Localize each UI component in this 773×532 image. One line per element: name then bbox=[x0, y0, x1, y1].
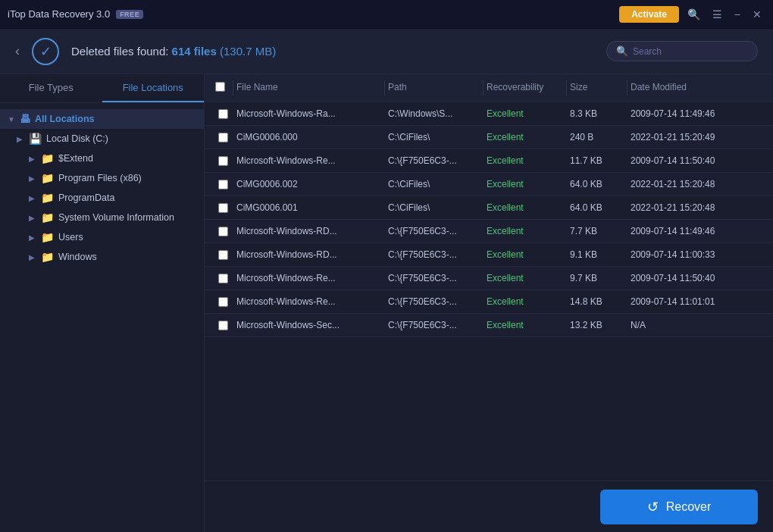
row-path-4: C:\CiFiles\ bbox=[385, 201, 484, 214]
check-circle-icon: ✓ bbox=[32, 38, 59, 65]
minimize-icon[interactable]: − bbox=[731, 7, 744, 22]
row-name-5: Microsoft-Windows-RD... bbox=[233, 224, 385, 238]
col-header-1[interactable]: File Name bbox=[233, 80, 385, 95]
row-check-cell-2[interactable] bbox=[212, 155, 233, 167]
row-checkbox-6[interactable] bbox=[218, 250, 228, 260]
col-header-4[interactable]: Size bbox=[567, 80, 627, 95]
row-path-5: C:\{F750E6C3-... bbox=[385, 224, 484, 238]
back-button[interactable]: ‹ bbox=[15, 43, 20, 59]
activate-button[interactable]: Activate bbox=[619, 6, 679, 23]
row-checkbox-8[interactable] bbox=[218, 297, 228, 307]
row-size-3: 64.0 KB bbox=[567, 177, 627, 191]
row-check-cell-6[interactable] bbox=[212, 249, 233, 261]
tree-arrow-icon: ▶ bbox=[29, 253, 36, 261]
table-row[interactable]: Microsoft-Windows-Re...C:\{F750E6C3-...E… bbox=[205, 149, 773, 173]
search-icon[interactable]: 🔍 bbox=[684, 7, 704, 22]
row-size-1: 240 B bbox=[567, 130, 627, 144]
table-row[interactable]: Microsoft-Windows-RD...C:\{F750E6C3-...E… bbox=[205, 220, 773, 243]
tree-item-4[interactable]: ▶📁ProgramData bbox=[0, 188, 204, 208]
recover-icon: ↺ bbox=[647, 499, 659, 515]
row-size-8: 14.8 KB bbox=[567, 295, 627, 308]
tree-item-2[interactable]: ▶📁$Extend bbox=[0, 149, 204, 168]
close-icon[interactable]: ✕ bbox=[749, 7, 765, 22]
row-checkbox-0[interactable] bbox=[218, 109, 228, 119]
tree-item-label: Program Files (x86) bbox=[58, 173, 142, 183]
row-check-cell-1[interactable] bbox=[212, 131, 233, 144]
table-row[interactable]: CiMG0006.002C:\CiFiles\Excellent64.0 KB2… bbox=[205, 173, 773, 196]
app-title: iTop Data Recovery 3.0 bbox=[8, 8, 110, 20]
row-date-9: N/A bbox=[627, 318, 765, 332]
row-check-cell-7[interactable] bbox=[212, 272, 233, 285]
table-row[interactable]: Microsoft-Windows-Re...C:\{F750E6C3-...E… bbox=[205, 267, 773, 290]
folder-icon: 📁 bbox=[41, 172, 54, 184]
row-name-4: CiMG0006.001 bbox=[233, 201, 385, 214]
col-header-3[interactable]: Recoverability bbox=[484, 80, 567, 95]
row-checkbox-5[interactable] bbox=[218, 227, 228, 236]
row-path-8: C:\{F750E6C3-... bbox=[385, 295, 484, 308]
table-row[interactable]: Microsoft-Windows-Re...C:\{F750E6C3-...E… bbox=[205, 290, 773, 314]
row-path-9: C:\{F750E6C3-... bbox=[385, 318, 484, 332]
row-checkbox-1[interactable] bbox=[218, 133, 228, 142]
row-checkbox-9[interactable] bbox=[218, 321, 228, 330]
row-recoverability-4: Excellent bbox=[484, 201, 567, 214]
menu-icon[interactable]: ☰ bbox=[709, 7, 726, 22]
table-body[interactable]: Microsoft-Windows-Ra...C:\Windows\S...Ex… bbox=[205, 102, 773, 480]
table-row[interactable]: CiMG0006.001C:\CiFiles\Excellent64.0 KB2… bbox=[205, 196, 773, 220]
file-count: 614 files bbox=[172, 45, 217, 58]
row-check-cell-0[interactable] bbox=[212, 108, 233, 120]
folder-icon: 📁 bbox=[41, 251, 54, 263]
tree-item-label: Windows bbox=[58, 252, 97, 262]
tree-item-7[interactable]: ▶📁Windows bbox=[0, 247, 204, 267]
table-row[interactable]: Microsoft-Windows-Ra...C:\Windows\S...Ex… bbox=[205, 102, 773, 126]
header-message-text: Deleted files found: bbox=[71, 45, 168, 58]
row-name-6: Microsoft-Windows-RD... bbox=[233, 248, 385, 261]
sidebar: File Types File Locations ▼🖶All Location… bbox=[0, 74, 205, 532]
table-header: File NamePathRecoverabilitySizeDate Modi… bbox=[205, 74, 773, 102]
tab-file-locations[interactable]: File Locations bbox=[102, 74, 205, 102]
sidebar-tabs: File Types File Locations bbox=[0, 74, 204, 103]
row-path-6: C:\{F750E6C3-... bbox=[385, 248, 484, 261]
row-recoverability-8: Excellent bbox=[484, 295, 567, 308]
table-row[interactable]: Microsoft-Windows-Sec...C:\{F750E6C3-...… bbox=[205, 314, 773, 337]
recover-label: Recover bbox=[666, 500, 712, 514]
row-recoverability-2: Excellent bbox=[484, 154, 567, 167]
row-check-cell-9[interactable] bbox=[212, 319, 233, 332]
row-check-cell-3[interactable] bbox=[212, 178, 233, 191]
row-checkbox-2[interactable] bbox=[218, 156, 228, 166]
row-check-cell-8[interactable] bbox=[212, 296, 233, 308]
tree-item-0[interactable]: ▼🖶All Locations bbox=[0, 109, 204, 129]
folder-icon: 📁 bbox=[41, 192, 54, 204]
col-header-2[interactable]: Path bbox=[385, 80, 484, 95]
row-check-cell-4[interactable] bbox=[212, 202, 233, 214]
tree-item-5[interactable]: ▶📁System Volume Information bbox=[0, 208, 204, 227]
tree-arrow-icon: ▶ bbox=[29, 174, 36, 183]
recover-button[interactable]: ↺ Recover bbox=[600, 490, 758, 524]
row-recoverability-5: Excellent bbox=[484, 224, 567, 238]
tab-file-types[interactable]: File Types bbox=[0, 74, 102, 102]
col-header-5[interactable]: Date Modified bbox=[627, 80, 765, 95]
table-row[interactable]: CiMG0006.000C:\CiFiles\Excellent240 B202… bbox=[205, 126, 773, 149]
search-input[interactable] bbox=[633, 46, 748, 57]
search-box: 🔍 bbox=[606, 41, 758, 61]
tree-arrow-icon: ▼ bbox=[8, 115, 15, 124]
row-recoverability-1: Excellent bbox=[484, 130, 567, 144]
row-checkbox-4[interactable] bbox=[218, 203, 228, 213]
tree-arrow-icon: ▶ bbox=[17, 135, 24, 143]
row-date-4: 2022-01-21 15:20:48 bbox=[627, 201, 765, 214]
tree-item-label: System Volume Information bbox=[58, 212, 174, 223]
tree-item-6[interactable]: ▶📁Users bbox=[0, 227, 204, 247]
tree-item-label: All Locations bbox=[35, 114, 94, 124]
tree-item-1[interactable]: ▶💾Local Disk (C:) bbox=[0, 129, 204, 149]
row-checkbox-7[interactable] bbox=[218, 274, 228, 283]
col-header-0[interactable] bbox=[212, 80, 233, 95]
table-row[interactable]: Microsoft-Windows-RD...C:\{F750E6C3-...E… bbox=[205, 243, 773, 267]
titlebar-right: Activate 🔍 ☰ − ✕ bbox=[619, 6, 765, 23]
select-all-checkbox[interactable] bbox=[215, 82, 225, 92]
row-size-0: 8.3 KB bbox=[567, 107, 627, 120]
monitor-icon: 🖶 bbox=[20, 113, 30, 125]
tree-arrow-icon: ▶ bbox=[29, 214, 36, 222]
row-recoverability-3: Excellent bbox=[484, 177, 567, 191]
row-checkbox-3[interactable] bbox=[218, 180, 228, 189]
tree-item-3[interactable]: ▶📁Program Files (x86) bbox=[0, 168, 204, 188]
row-check-cell-5[interactable] bbox=[212, 225, 233, 238]
